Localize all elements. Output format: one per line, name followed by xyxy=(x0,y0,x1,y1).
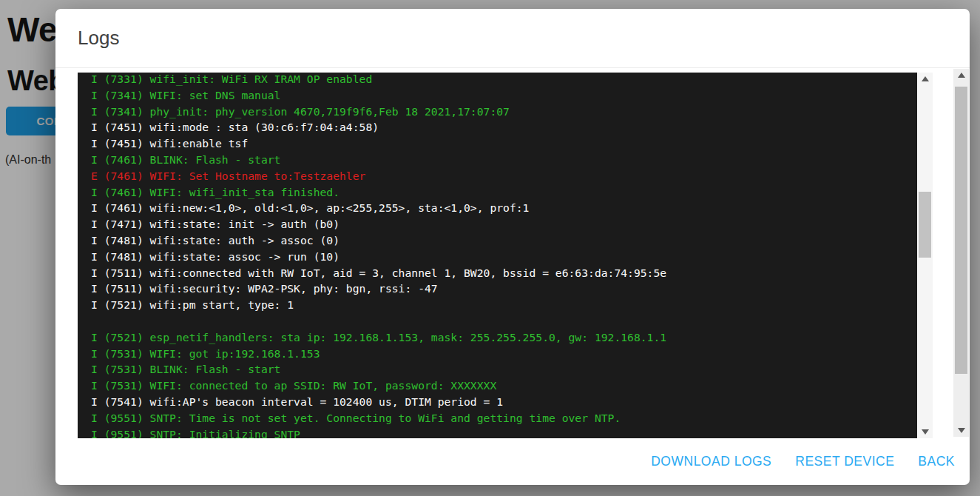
download-logs-button[interactable]: DOWNLOAD LOGS xyxy=(651,454,771,469)
log-line xyxy=(91,313,916,329)
log-line: I (7331) wifi_init: WiFi RX IRAM OP enab… xyxy=(91,73,916,87)
log-line: I (7461) BLINK: Flash - start xyxy=(91,152,916,168)
log-line: I (7511) wifi:connected with RW IoT, aid… xyxy=(91,265,916,281)
scroll-down-icon[interactable] xyxy=(953,424,969,437)
log-scrollbar[interactable] xyxy=(917,73,933,438)
dialog-scrollbar[interactable] xyxy=(953,69,969,437)
dialog-scrollbar-thumb[interactable] xyxy=(955,87,967,374)
scroll-down-icon[interactable] xyxy=(917,426,933,438)
log-line: E (7461) WIFI: Set Hostname to:Testzaehl… xyxy=(91,168,916,184)
log-lines: I (7331) wifi_init: WiFi RX IRAM OP enab… xyxy=(91,73,916,438)
log-output[interactable]: I (7331) wifi_init: WiFi RX IRAM OP enab… xyxy=(78,73,933,438)
dialog-body: I (7331) wifi_init: WiFi RX IRAM OP enab… xyxy=(55,68,970,438)
log-line: I (7511) wifi:security: WPA2-PSK, phy: b… xyxy=(91,281,916,297)
log-line: I (7451) wifi:enable tsf xyxy=(91,135,916,152)
log-line: I (7461) WIFI: wifi_init_sta finished. xyxy=(91,184,916,201)
log-line: I (7531) BLINK: Flash - start xyxy=(91,361,916,378)
log-line: I (7521) wifi:pm start, type: 1 xyxy=(91,297,916,313)
logs-dialog: Logs I (7331) wifi_init: WiFi RX IRAM OP… xyxy=(55,9,970,485)
reset-device-button[interactable]: RESET DEVICE xyxy=(795,454,894,469)
dialog-title: Logs xyxy=(78,27,119,50)
log-line: I (9551) SNTP: Initializing SNTP xyxy=(91,426,916,438)
log-line: I (7341) phy_init: phy_version 4670,719f… xyxy=(91,104,916,120)
log-line: I (7531) WIFI: got ip:192.168.1.153 xyxy=(91,346,916,362)
log-line: I (7521) esp_netif_handlers: sta ip: 192… xyxy=(91,329,916,346)
log-line: I (7481) wifi:state: assoc -> run (10) xyxy=(91,249,916,265)
log-line: I (7471) wifi:state: init -> auth (b0) xyxy=(91,216,916,232)
log-line: I (7341) WIFI: set DNS manual xyxy=(91,87,916,104)
log-line: I (7531) WIFI: connected to ap SSID: RW … xyxy=(91,378,916,394)
scroll-up-icon[interactable] xyxy=(917,73,933,85)
scroll-up-icon[interactable] xyxy=(953,69,969,81)
screen: We Web CON (AI-on-th Logs I (7331) wifi_… xyxy=(0,0,980,496)
log-line: I (7541) wifi:AP's beacon interval = 102… xyxy=(91,394,916,410)
dialog-footer: DOWNLOAD LOGS RESET DEVICE BACK xyxy=(55,438,970,485)
dialog-header: Logs xyxy=(55,9,970,68)
log-line: I (7451) wifi:mode : sta (30:c6:f7:04:a4… xyxy=(91,119,916,135)
log-line: I (7481) wifi:state: auth -> assoc (0) xyxy=(91,232,916,249)
log-line: I (9551) SNTP: Time is not set yet. Conn… xyxy=(91,410,916,426)
log-line: I (7461) wifi:new:<1,0>, old:<1,0>, ap:<… xyxy=(91,200,916,216)
back-button[interactable]: BACK xyxy=(918,454,955,469)
log-scrollbar-thumb[interactable] xyxy=(919,192,931,258)
